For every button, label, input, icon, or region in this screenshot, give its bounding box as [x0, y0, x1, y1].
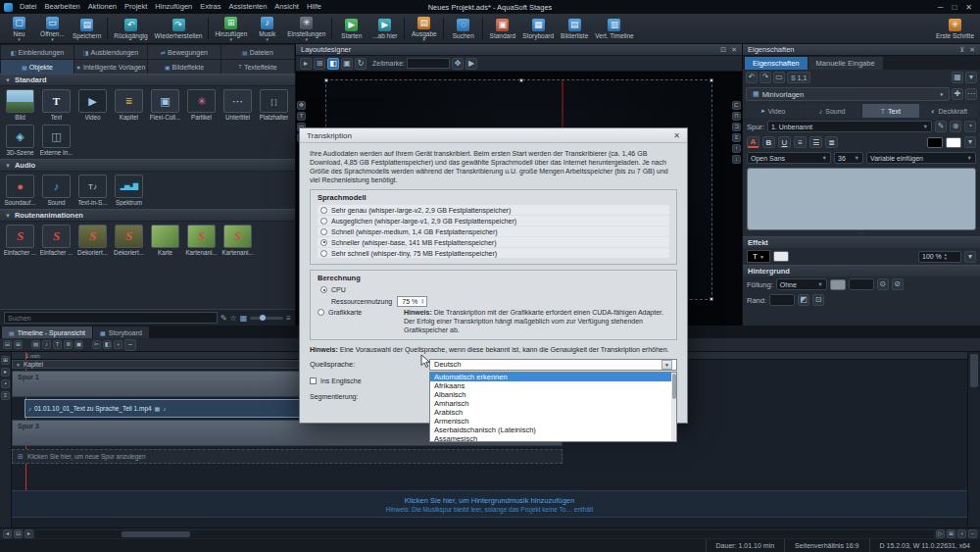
font-size-select[interactable]: 36▼	[834, 152, 863, 164]
snap-icon[interactable]: ◧	[327, 58, 339, 70]
scrollbar-thumb[interactable]	[970, 354, 978, 387]
camera-pan-icon[interactable]: ✥	[452, 58, 464, 70]
tab-dateien[interactable]: ▤Dateien	[221, 45, 294, 59]
bold-icon[interactable]: B	[762, 136, 775, 148]
library-item-sound[interactable]: ♪Sound	[38, 174, 74, 207]
menu-item-bearbeiten[interactable]: Bearbeiten	[41, 0, 84, 14]
text-tool-icon[interactable]: T	[297, 112, 306, 121]
new-track-row[interactable]: ⊞Klicken Sie hier, um neue Spur anzulege…	[12, 449, 563, 464]
toolbar-button-speichern[interactable]: ▤Speichern	[70, 15, 104, 42]
fill-value-field[interactable]	[849, 278, 874, 290]
tab-sound[interactable]: ♪Sound	[804, 104, 861, 118]
timeline-vertical-scrollbar[interactable]	[967, 352, 980, 527]
effect-strength-spinner[interactable]: 100 %▲▼	[918, 251, 961, 263]
library-item-text-in-sprache[interactable]: T♪Text-in-S...	[74, 174, 111, 207]
radio-option-grafikkarte[interactable]: Grafikkarte	[318, 308, 396, 317]
toolbar-button-oeffnen[interactable]: ▭Öffnen...▾	[36, 15, 69, 42]
radio-option-schneller[interactable]: Schneller (whisper-base, 141 MB Festplat…	[318, 237, 669, 247]
chevron-down-icon[interactable]: ▾	[964, 251, 976, 263]
more-icon[interactable]: ⋯	[965, 88, 977, 100]
add-icon[interactable]: ⊕	[950, 121, 961, 132]
zoom-level-badge[interactable]: S 1,1	[787, 72, 810, 83]
preview-icon[interactable]: ▶	[466, 58, 477, 70]
toolbar-button-suchen[interactable]: ◌Suchen	[447, 15, 479, 42]
toolbar-button-bilderliste[interactable]: ▤Bilderliste	[558, 15, 591, 42]
zeitmarke-field[interactable]	[407, 58, 450, 69]
menu-item-projekt[interactable]: Projekt	[121, 0, 151, 14]
radio-option-sehr-genau[interactable]: Sehr genau (whisper-large-v2, 2,9 GB Fes…	[318, 205, 669, 215]
distribute-icon[interactable]: ≡	[732, 133, 741, 142]
pin-icon[interactable]: ⊻	[959, 46, 964, 54]
menu-item-assistenten[interactable]: Assistenten	[225, 0, 271, 14]
tab-intelligente-vorlagen[interactable]: ★Intelligente Vorlagen	[74, 60, 147, 74]
list-view-icon[interactable]: ≡	[286, 314, 291, 323]
layer-up-icon[interactable]: ↑	[732, 144, 741, 153]
text-effect-preview[interactable]: T▼	[747, 250, 770, 263]
library-item-kartenanimation-2[interactable]: SKartenani...	[220, 224, 256, 257]
text-color-swatch[interactable]	[927, 137, 943, 148]
star-icon[interactable]: ☆	[230, 314, 237, 323]
insert-collage-icon[interactable]: ▣	[74, 340, 83, 349]
scroll-right-icon[interactable]: ▸	[24, 529, 33, 538]
toolbar-button-storyboard[interactable]: ▦Storyboard	[519, 15, 557, 42]
variable-insert-button[interactable]: Variable einfügen▼	[866, 152, 976, 164]
library-item-untertitel[interactable]: ⋯Untertitel	[220, 88, 256, 122]
library-item-dekoriert-1[interactable]: SDekoriert...	[74, 224, 111, 257]
dropdown-item-automatisch[interactable]: Automatisch erkennen	[430, 373, 676, 381]
effect-color-swatch[interactable]	[773, 251, 789, 262]
grid-view-icon[interactable]: ▦	[240, 314, 248, 323]
dropdown-item-afrikaans[interactable]: Afrikaans	[430, 381, 676, 390]
menu-item-ansicht[interactable]: Ansicht	[270, 0, 303, 14]
dropdown-item-amharisch[interactable]: Amharisch	[430, 399, 676, 408]
resize-handle[interactable]	[519, 78, 523, 82]
tab-text[interactable]: TText	[862, 104, 920, 118]
ressourcen-spinner[interactable]: 75 %▲▼	[397, 296, 427, 307]
radio-option-sehr-schnell[interactable]: Sehr schnell (whisper-tiny, 75 MB Festpl…	[318, 248, 669, 258]
scroll-home-icon[interactable]: ⊡	[14, 529, 23, 538]
library-item-video[interactable]: ▶Video	[74, 88, 111, 122]
dropdown-scrollbar[interactable]	[671, 373, 676, 441]
redo-icon[interactable]: ↷	[760, 72, 771, 83]
close-icon[interactable]: ✕	[731, 46, 737, 54]
border-options-icon[interactable]: ⊡	[812, 294, 824, 306]
track-list-icon[interactable]: ≡	[1, 391, 10, 400]
chevron-down-icon[interactable]: ▾	[964, 136, 976, 148]
dock-icon[interactable]: ⊡	[720, 46, 726, 54]
border-color-icon[interactable]: ◩	[798, 294, 809, 306]
insert-chapter-icon[interactable]: ≣	[64, 340, 73, 349]
fill-color-swatch[interactable]	[830, 279, 846, 290]
library-item-partikel[interactable]: ✳Partikel	[183, 88, 220, 122]
rotate-icon[interactable]: ↻	[355, 58, 367, 70]
tab-objekte[interactable]: ▦Objekte	[1, 60, 74, 74]
layout-icon[interactable]: ▦	[952, 72, 963, 83]
close-icon[interactable]: ✕	[965, 3, 972, 12]
track-lock-icon[interactable]: ▪	[1, 379, 10, 388]
tab-ausblendungen[interactable]: ◨Ausblendungen	[74, 45, 147, 59]
insert-image-icon[interactable]: ▤	[31, 340, 40, 349]
grid-icon[interactable]: ⊞	[314, 58, 325, 70]
toolbar-button-starten[interactable]: ▶Starten	[335, 15, 368, 42]
follow-playhead-icon[interactable]: ▷	[936, 529, 945, 538]
zoom-out-icon[interactable]: −	[968, 529, 977, 538]
chevron-down-icon[interactable]: ▾	[965, 72, 977, 83]
resize-handle[interactable]	[710, 297, 713, 301]
close-icon[interactable]: ✕	[673, 131, 680, 140]
toolbar-button-ausgabe[interactable]: ▤Ausgabe▾	[408, 15, 440, 42]
menu-item-aktionen[interactable]: Aktionen	[84, 0, 121, 14]
toolbar-button-neu[interactable]: ▢Neu▾	[3, 15, 35, 42]
background-music-track[interactable]: Klicken Sie hier, um Hintergrundmusik hi…	[12, 490, 967, 518]
section-header-audio[interactable]: ▼Audio	[0, 159, 295, 172]
toolbar-button-standard[interactable]: ▣Standard	[486, 15, 518, 42]
tab-deckkraft[interactable]: ◐Deckkraft	[920, 104, 978, 118]
toolbar-button-hinzufuegen[interactable]: ⊞Hinzufügen▾	[212, 15, 250, 42]
layer-down-icon[interactable]: ↓	[732, 155, 741, 164]
tab-bewegungen[interactable]: ⇄Bewegungen	[148, 45, 220, 59]
tab-einblendungen[interactable]: ◧Einblendungen	[1, 45, 74, 59]
tab-texteffekte[interactable]: TTexteffekte	[221, 60, 294, 74]
resize-handle[interactable]	[324, 78, 328, 82]
library-item-kartenanimation-1[interactable]: SKartenani...	[183, 224, 220, 257]
library-item-externe[interactable]: ◫Externe In...	[38, 124, 74, 157]
expand-all-icon[interactable]: ⊞	[14, 340, 23, 349]
toolbar-button-ab-hier[interactable]: ▶...ab hier	[368, 15, 401, 42]
thumbnail-size-slider[interactable]	[250, 317, 283, 320]
